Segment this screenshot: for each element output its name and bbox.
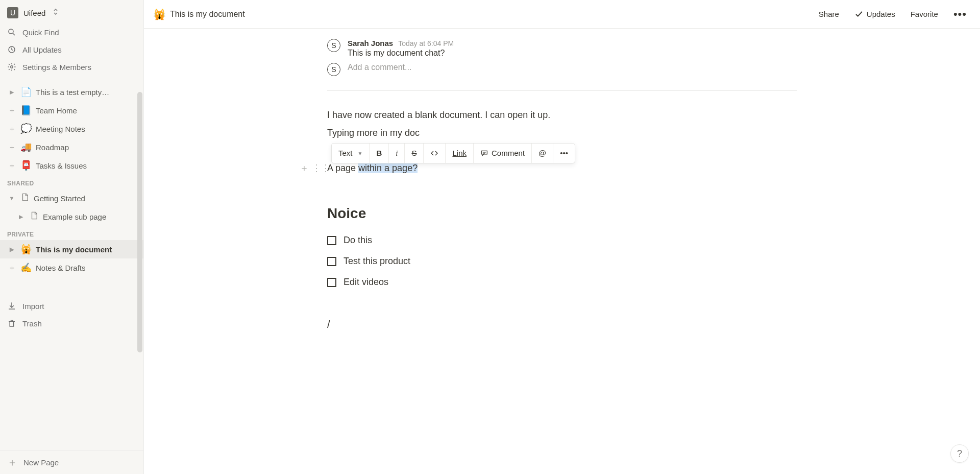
text-format-toolbar: Text▼ B i S Link Comment @ (331, 143, 575, 163)
quick-find-label: Quick Find (22, 28, 59, 37)
comment-text: This is my document chat? (348, 49, 797, 58)
toolbar-more-button[interactable]: ••• (553, 144, 575, 163)
topbar: 🙀 This is my document Share Updates Favo… (144, 0, 980, 29)
comment-author: Sarah Jonas (348, 39, 393, 48)
all-updates[interactable]: All Updates (0, 41, 143, 58)
link-button[interactable]: Link (446, 144, 474, 163)
mention-button[interactable]: @ (532, 144, 553, 163)
comments-region: S Sarah Jonas Today at 6:04 PM This is m… (327, 29, 797, 91)
comment-button[interactable]: Comment (474, 144, 532, 163)
expand-icon (53, 8, 59, 17)
svg-point-3 (11, 66, 13, 68)
plus-icon[interactable]: ＋ (7, 143, 16, 152)
main: 🙀 This is my document Share Updates Favo… (144, 0, 980, 474)
workspace-avatar: U (7, 7, 18, 18)
settings-label: Settings & Members (22, 63, 91, 72)
checkbox[interactable] (327, 278, 336, 287)
sidebar-item-tasks-issues[interactable]: ＋ 📮 Tasks & Issues (0, 156, 143, 175)
plus-icon[interactable]: ＋ (7, 124, 16, 134)
help-button[interactable]: ? (950, 444, 969, 463)
doc-icon (20, 193, 30, 204)
sidebar-item-notes-drafts[interactable]: ＋ ✍️ Notes & Drafts (0, 258, 143, 277)
quick-find[interactable]: Quick Find (0, 23, 143, 41)
shared-header: SHARED (0, 180, 143, 187)
import-label: Import (22, 302, 44, 311)
doc-icon[interactable]: 🙀 (153, 8, 166, 20)
sidebar-item-meeting-notes[interactable]: ＋ 💭 Meeting Notes (0, 120, 143, 138)
todo-label: Test this product (344, 254, 410, 268)
cat-icon: 🙀 (20, 244, 32, 255)
todo-item[interactable]: Test this product (327, 254, 797, 268)
sidebar-scrollbar[interactable] (137, 92, 142, 352)
settings-members[interactable]: Settings & Members (0, 58, 143, 76)
svg-point-0 (9, 29, 13, 34)
todo-item[interactable]: Edit videos (327, 275, 797, 289)
document-body[interactable]: I have now created a blank document. I c… (327, 91, 797, 332)
chevron-right-icon[interactable]: ▶ (16, 214, 26, 220)
paragraph[interactable]: Typing more in my doc (327, 126, 797, 140)
more-button[interactable]: ••• (949, 5, 971, 24)
text-block[interactable]: ＋ ⋮⋮ A page within a page? (327, 161, 797, 175)
sidebar-item-roadmap[interactable]: ＋ 🚚 Roadmap (0, 138, 143, 156)
breadcrumb-title[interactable]: This is my document (170, 10, 245, 19)
sidebar-item-label: Meeting Notes (36, 125, 85, 133)
sidebar-item-label: This is a test empty… (36, 88, 109, 97)
bold-button[interactable]: B (370, 144, 389, 163)
add-block-icon[interactable]: ＋ (300, 161, 309, 175)
strikethrough-button[interactable]: S (405, 144, 424, 163)
comment-input[interactable] (348, 63, 797, 72)
italic-button[interactable]: i (389, 144, 405, 163)
sidebar-item-getting-started[interactable]: ▼ Getting Started (0, 189, 143, 207)
truck-icon: 🚚 (20, 141, 32, 153)
book-icon: 📘 (20, 105, 32, 116)
workspace-name: Uifeed (23, 9, 45, 17)
block-type-dropdown[interactable]: Text▼ (332, 144, 370, 163)
drag-handle-icon[interactable]: ⋮⋮ (312, 161, 330, 175)
private-header: PRIVATE (0, 231, 143, 238)
new-page[interactable]: ＋ New Page (0, 454, 143, 471)
sidebar-item-label: Notes & Drafts (36, 264, 86, 272)
svg-line-1 (13, 33, 15, 35)
writing-icon: ✍️ (20, 262, 32, 273)
updates-button[interactable]: Updates (850, 7, 899, 22)
plus-icon[interactable]: ＋ (7, 263, 16, 273)
share-button[interactable]: Share (815, 7, 843, 21)
comment: S Sarah Jonas Today at 6:04 PM This is m… (327, 39, 797, 58)
comment-label: Comment (492, 148, 525, 159)
sidebar-item-label: Team Home (36, 106, 77, 115)
document-content: S Sarah Jonas Today at 6:04 PM This is m… (144, 29, 980, 474)
import[interactable]: Import (0, 297, 143, 315)
avatar: S (327, 39, 340, 52)
chevron-right-icon[interactable]: ▶ (7, 246, 16, 253)
todo-label: Edit videos (344, 275, 388, 289)
page-icon: 📄 (20, 86, 32, 98)
workspace-switcher[interactable]: U Uifeed (0, 0, 143, 23)
doc-icon (30, 211, 39, 223)
sidebar-item-example-subpage[interactable]: ▶ Example sub page (0, 207, 143, 226)
text-selection: within a page? (358, 163, 418, 173)
sidebar: U Uifeed Quick Find All Updates Settings… (0, 0, 144, 474)
todo-item[interactable]: Do this (327, 233, 797, 247)
checkbox[interactable] (327, 236, 336, 245)
chevron-right-icon: ▶ (7, 89, 16, 96)
sidebar-item-test-empty[interactable]: ▶ 📄 This is a test empty… (0, 83, 143, 101)
favorite-button[interactable]: Favorite (906, 7, 942, 21)
code-button[interactable] (424, 144, 446, 163)
trash[interactable]: Trash (0, 315, 143, 332)
plus-icon[interactable]: ＋ (7, 161, 16, 171)
text-segment: A page (327, 163, 358, 173)
workspace-pages: ▶ 📄 This is a test empty… ＋ 📘 Team Home … (0, 83, 143, 175)
plus-icon[interactable]: ＋ (7, 106, 16, 115)
sidebar-item-this-document[interactable]: ▶ 🙀 This is my document (0, 240, 143, 258)
chevron-down-icon[interactable]: ▼ (7, 195, 16, 201)
sidebar-item-label: Example sub page (43, 212, 106, 221)
comment-icon (480, 149, 488, 157)
postbox-icon: 📮 (20, 160, 32, 171)
heading[interactable]: Noice (327, 203, 797, 224)
slash-command-text[interactable]: / (327, 317, 797, 332)
checkbox[interactable] (327, 257, 336, 266)
sidebar-item-team-home[interactable]: ＋ 📘 Team Home (0, 101, 143, 120)
updates-label: Updates (867, 10, 895, 18)
paragraph[interactable]: I have now created a blank document. I c… (327, 108, 797, 122)
sidebar-item-label: Tasks & Issues (36, 161, 87, 170)
